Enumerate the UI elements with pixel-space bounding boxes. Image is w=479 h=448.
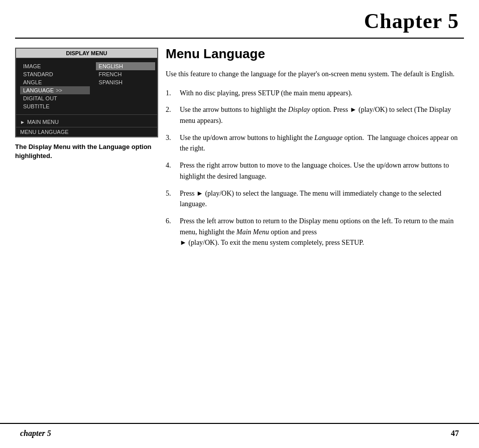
display-menu-right-column: ENGLISH FRENCH SPANISH [94, 62, 157, 110]
step-1-num: 1. [166, 88, 180, 99]
menu-separator [16, 114, 157, 115]
header-divider [15, 38, 464, 39]
step-4-num: 4. [166, 160, 180, 182]
step-3-num: 3. [166, 132, 180, 154]
display-menu-title: DISPLAY MENU [16, 49, 157, 58]
lang-spanish: SPANISH [96, 78, 155, 86]
step-4-text: Press the right arrow button to move to … [180, 160, 459, 182]
footer-page-number: 47 [451, 429, 459, 438]
page-footer: chapter 5 47 [0, 423, 479, 438]
menu-language-item: MENU LANGUAGE [16, 127, 157, 136]
step-6: 6. Press the left arrow button to return… [166, 216, 459, 248]
lang-french: FRENCH [96, 70, 155, 78]
arrow-icon: >> [56, 87, 62, 93]
display-menu-caption: The Display Menu with the Language optio… [15, 142, 158, 161]
menu-item-subtitle: SUBTITLE [20, 102, 90, 110]
step-1-text: With no disc playing, press SETUP (the m… [180, 88, 459, 99]
step-2-num: 2. [166, 104, 180, 126]
display-menu-content: IMAGE STANDARD ANGLE LANGUAGE >> DIGITAL… [16, 58, 157, 112]
menu-item-digital-out: DIGITAL OUT [20, 94, 90, 102]
step-5-num: 5. [166, 188, 180, 210]
step-1: 1. With no disc playing, press SETUP (th… [166, 88, 459, 99]
language-label: LANGUAGE [23, 87, 54, 93]
step-6-num: 6. [166, 216, 180, 248]
play-icon: ► [20, 119, 25, 125]
chapter-heading: Chapter 5 [364, 9, 459, 33]
page-title: Menu Language [166, 46, 459, 62]
menu-item-angle: ANGLE [20, 78, 90, 86]
steps-list: 1. With no disc playing, press SETUP (th… [166, 88, 459, 248]
footer-chapter-label: chapter 5 [20, 429, 51, 438]
intro-paragraph: Use this feature to change the language … [166, 69, 459, 80]
content-area: Menu Language Use this feature to change… [166, 46, 459, 254]
menu-item-language-highlighted: LANGUAGE >> [20, 86, 90, 94]
lang-english: ENGLISH [96, 62, 155, 70]
step-2: 2. Use the arrow buttons to highlight th… [166, 104, 459, 126]
step-5-text: Press ► (play/OK) to select the language… [180, 188, 459, 210]
step-6-text: Press the left arrow button to return to… [180, 216, 459, 248]
main-menu-label: MAIN MENU [27, 119, 59, 125]
menu-item-standard: STANDARD [20, 70, 90, 78]
step-5: 5. Press ► (play/OK) to select the langu… [166, 188, 459, 210]
display-menu-panel: DISPLAY MENU IMAGE STANDARD ANGLE LANGUA… [15, 48, 158, 161]
step-2-text: Use the arrow buttons to highlight the D… [180, 104, 459, 126]
display-menu-box: DISPLAY MENU IMAGE STANDARD ANGLE LANGUA… [15, 48, 158, 137]
step-4: 4. Press the right arrow button to move … [166, 160, 459, 182]
display-menu-left-column: IMAGE STANDARD ANGLE LANGUAGE >> DIGITAL… [16, 62, 94, 110]
menu-item-image: IMAGE [20, 62, 90, 70]
step-3: 3. Use the up/down arrow buttons to high… [166, 132, 459, 154]
step-3-text: Use the up/down arrow buttons to highlig… [180, 132, 459, 154]
main-menu-item: ► MAIN MENU [16, 117, 157, 127]
